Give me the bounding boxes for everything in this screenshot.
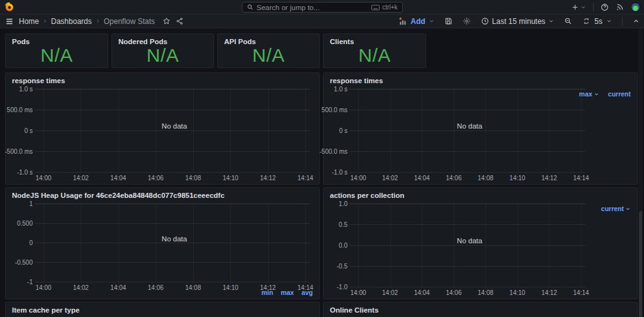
x-axis-tick-label: 14:00	[35, 175, 51, 182]
plus-icon	[571, 3, 579, 11]
search-shortcut: ctrl+k	[371, 4, 397, 11]
breadcrumb-home[interactable]: Home	[19, 17, 39, 26]
dashboard-grid: Pods N/A Nodered Pods N/A API Pods N/A C…	[0, 28, 644, 317]
add-panel-button[interactable]: Add	[398, 17, 434, 26]
gridline-vertical	[390, 204, 391, 287]
y-axis-tick-label: 0.5	[339, 221, 347, 228]
legend-avg[interactable]: avg	[302, 289, 313, 296]
chevron-right-icon	[42, 18, 48, 24]
gridline-vertical	[549, 204, 550, 287]
panel-item-cache-per-type: Item cache per type	[5, 302, 320, 317]
legend-current[interactable]: current	[601, 205, 631, 212]
y-axis-tick-label: -500.0 ms	[320, 148, 347, 155]
gridline-horizontal	[35, 172, 310, 173]
panel-title[interactable]: actions per collection	[324, 188, 637, 200]
breadcrumb-current-dashboard[interactable]: Openflow Stats	[104, 17, 155, 26]
y-axis-tick-label: 1.0 s	[19, 86, 33, 93]
gridline-vertical	[358, 89, 359, 172]
panel-response-times-left: response times 1.0 s500.0 ms0 s-500.0 ms…	[5, 72, 320, 185]
x-axis-tick-label: 14:02	[382, 175, 398, 182]
y-axis-tick-label: -1.0 s	[332, 169, 347, 176]
gridline-vertical	[358, 204, 359, 287]
y-axis-tick-label: 500.0 ms	[322, 107, 347, 113]
x-axis-tick-label: 14:12	[541, 175, 557, 182]
panel-title[interactable]: response times	[324, 73, 637, 86]
y-axis-tick-label: 500.0 ms	[7, 107, 33, 113]
gridline-vertical	[581, 89, 582, 172]
panel-stat-nodered-pods: Nodered Pods N/A	[111, 33, 214, 68]
x-axis-tick-label: 14:14	[573, 175, 589, 182]
stat-value: N/A	[324, 43, 426, 67]
gridline-horizontal	[349, 130, 585, 131]
news-button[interactable]	[616, 3, 624, 11]
stat-value: N/A	[112, 43, 213, 67]
x-axis-tick-label: 14:04	[110, 175, 126, 182]
x-axis-tick-label: 14:04	[110, 284, 126, 291]
panel-stat-clients: Clients N/A	[323, 33, 426, 68]
legend-max[interactable]: max	[281, 289, 294, 296]
gridline-horizontal	[35, 282, 310, 282]
menu-hamburger-icon[interactable]	[5, 17, 14, 26]
panel-stat-api-pods: API Pods N/A	[217, 33, 320, 68]
gridline-vertical	[268, 89, 269, 172]
divider	[622, 17, 623, 26]
share-icon[interactable]	[176, 17, 184, 25]
new-menu-button[interactable]	[571, 3, 586, 11]
no-data-message: No data	[457, 237, 482, 245]
settings-gear-icon[interactable]	[463, 17, 471, 25]
gridline-vertical	[193, 204, 194, 282]
x-axis-tick-label: 14:02	[382, 289, 398, 296]
chevron-down-icon	[625, 206, 631, 212]
gridline-vertical	[581, 204, 582, 287]
collapse-toolbar-icon[interactable]	[633, 18, 640, 25]
rss-icon	[616, 3, 624, 11]
search-input[interactable]: Search or jump to... ctrl+k	[242, 2, 403, 13]
panel-title[interactable]: Online Clients	[324, 303, 637, 315]
zoom-out-icon[interactable]	[564, 17, 572, 25]
gridline-vertical	[549, 89, 550, 172]
star-icon[interactable]	[162, 17, 171, 25]
panel-title[interactable]: Item cache per type	[6, 303, 319, 315]
grafana-logo[interactable]	[4, 2, 14, 12]
x-axis-tick-label: 14:04	[414, 175, 430, 182]
gridline-horizontal	[349, 245, 585, 246]
y-axis-tick-label: -0.5	[337, 263, 347, 270]
scrollbar-thumb[interactable]	[639, 211, 642, 317]
breadcrumb-dashboards[interactable]: Dashboards	[51, 17, 92, 26]
help-button[interactable]	[601, 3, 609, 11]
gridline-vertical	[268, 204, 269, 282]
panel-title[interactable]: NodeJS Heap Usage for 46ce24eba84848dc07…	[6, 188, 319, 200]
gridline-vertical	[230, 89, 231, 172]
vertical-scrollbar[interactable]	[638, 28, 643, 317]
keyboard-icon	[371, 4, 380, 11]
gridline-vertical	[390, 89, 391, 172]
x-axis-tick-label: 14:10	[509, 289, 525, 296]
y-axis-tick-label: -1.0 s	[17, 169, 33, 176]
time-range-picker[interactable]: Last 15 minutes	[481, 17, 555, 26]
stat-value: N/A	[6, 43, 108, 67]
refresh-picker[interactable]: 5s	[582, 17, 612, 26]
x-axis-tick-label: 14:06	[446, 289, 461, 296]
panel-title[interactable]: response times	[6, 73, 319, 86]
legend-min[interactable]: min	[261, 289, 273, 296]
legend-current[interactable]: current	[608, 90, 631, 98]
save-dashboard-icon[interactable]	[444, 17, 453, 25]
y-axis-tick-label: 0 s	[339, 127, 347, 134]
legend-max[interactable]: max	[579, 90, 599, 98]
gridline-vertical	[305, 89, 306, 172]
stat-value: N/A	[218, 43, 319, 67]
user-avatar[interactable]	[631, 3, 640, 12]
refresh-icon	[582, 17, 590, 25]
no-data-message: No data	[457, 122, 482, 130]
breadcrumb: Home Dashboards Openflow Stats	[19, 17, 155, 26]
x-axis-tick-label: 14:00	[350, 175, 366, 182]
x-axis-tick-label: 14:10	[509, 175, 525, 182]
chart-plot: 1.0 s500.0 ms0 s-500.0 ms-1.0 s14:0014:0…	[43, 89, 305, 172]
panel-response-times-right: response times 1.0 s500.0 ms0 s-500.0 ms…	[323, 72, 638, 185]
gridline-vertical	[43, 89, 44, 172]
chart-plot: 1.0 s500.0 ms0 s-500.0 ms-1.0 s14:0014:0…	[358, 89, 581, 172]
gridline-vertical	[485, 204, 486, 287]
gridline-vertical	[422, 89, 422, 172]
gridline-vertical	[81, 89, 81, 172]
no-data-message: No data	[162, 235, 187, 243]
